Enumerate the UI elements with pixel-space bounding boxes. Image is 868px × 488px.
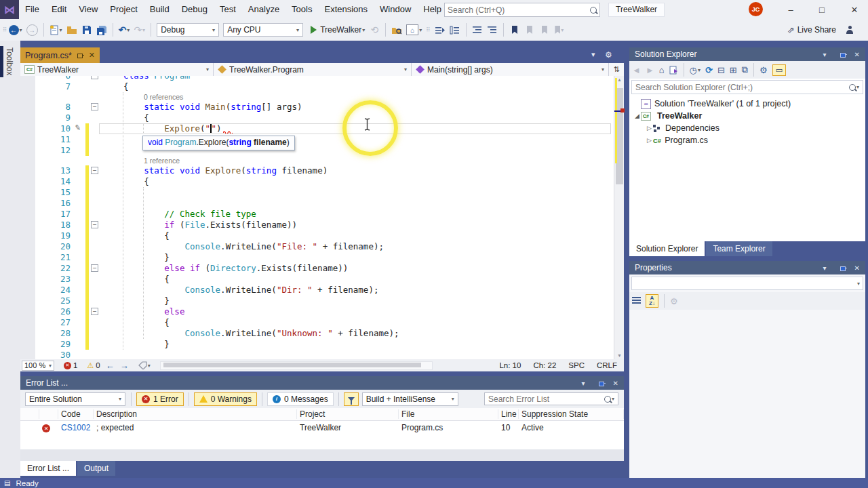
tab-list-dropdown-icon[interactable]: ▾ <box>591 50 595 59</box>
build-intellisense-dropdown[interactable]: Build + IntelliSense▾ <box>362 392 458 406</box>
new-project-button[interactable]: ▾ <box>50 23 62 37</box>
home-icon[interactable]: ⌂ <box>659 65 665 75</box>
menu-tools[interactable]: Tools <box>285 0 318 19</box>
navigate-forward-icon[interactable]: → <box>120 361 129 371</box>
editor-vertical-scrollbar[interactable]: ▲ ▼ <box>614 76 624 359</box>
switch-views-icon[interactable] <box>669 66 678 75</box>
code-line-13[interactable]: 13– static void Explore(string filename) <box>20 165 614 176</box>
collapsed-arrow-icon[interactable]: ▷ <box>646 137 653 144</box>
editor-horizontal-scrollbar[interactable] <box>160 361 433 370</box>
menu-edit[interactable]: Edit <box>45 0 73 19</box>
open-file-button[interactable] <box>66 23 77 37</box>
menu-window[interactable]: Window <box>374 0 417 19</box>
solution-explorer-title-bar[interactable]: Solution Explorer ▾ ✕ <box>629 47 865 61</box>
warning-count[interactable]: 0 <box>96 361 100 369</box>
error-row[interactable]: ✕CS1002; expectedTreeWalkerProgram.cs10A… <box>20 421 624 434</box>
quick-search-box[interactable]: Search (Ctrl+Q) <box>444 3 600 17</box>
error-code-cell[interactable]: CS1002 <box>58 423 94 432</box>
copy-path-icon[interactable]: ⧉ <box>742 64 748 75</box>
document-health-button[interactable]: ▾ <box>138 361 151 369</box>
properties-wrench-icon[interactable]: ⚙ <box>760 65 768 75</box>
maximize-button[interactable]: □ <box>808 0 835 19</box>
refresh-icon[interactable]: ⟳ <box>705 65 713 75</box>
code-line-19[interactable]: 19 { <box>20 230 614 241</box>
fold-collapse-box[interactable]: – <box>91 308 98 315</box>
menu-view[interactable]: View <box>73 0 104 19</box>
code-line-6[interactable]: 6– class Program <box>20 76 614 81</box>
toolbar-grip[interactable]: ⠿ <box>426 26 431 33</box>
solution-explorer-search-box[interactable]: Search Solution Explorer (Ctrl+;) ▾ <box>631 80 863 94</box>
decrease-indent-button[interactable] <box>472 23 483 37</box>
error-table-header[interactable]: CodeDescriptionProjectFileLineSuppressio… <box>20 408 624 421</box>
window-position-dropdown-icon[interactable]: ▾ <box>582 380 585 387</box>
pending-changes-filter-icon[interactable]: ◷▾ <box>690 65 701 75</box>
pin-icon[interactable] <box>840 265 846 271</box>
code-line-15[interactable]: 15 <box>20 187 614 198</box>
column-indicator[interactable]: Ch: 22 <box>533 361 556 369</box>
code-line-20[interactable]: 20 Console.WriteLine("File: " + filename… <box>20 241 614 252</box>
code-line-17[interactable]: 17 // Check file type <box>20 209 614 220</box>
navigate-home-button[interactable]: ⌂ ▾ <box>406 23 422 37</box>
solution-configuration-dropdown[interactable]: Debug▾ <box>157 23 219 37</box>
error-count[interactable]: 1 <box>73 361 77 369</box>
solution-platform-dropdown[interactable]: Any CPU▾ <box>223 23 303 37</box>
tree-item-treewalker[interactable]: ◢C#TreeWalker <box>629 110 865 122</box>
navigate-forward-button[interactable]: → <box>26 23 38 37</box>
window-position-dropdown-icon[interactable]: ▾ <box>823 51 827 58</box>
code-line-16[interactable]: 16 <box>20 198 614 209</box>
hot-reload-button[interactable]: ⟲ <box>369 23 380 37</box>
nav-member-dropdown[interactable]: Main(string[] args)▾ <box>412 63 609 76</box>
save-all-button[interactable] <box>96 23 107 37</box>
fold-collapse-box[interactable]: – <box>91 167 98 174</box>
column-header-blank[interactable] <box>39 409 58 419</box>
column-header-blank[interactable] <box>20 409 39 419</box>
toolbar-grip[interactable]: ⠿ <box>3 26 7 33</box>
code-line-26[interactable]: 26– else <box>20 306 614 317</box>
code-line-10[interactable]: 10✎ Explore("") <box>20 123 614 134</box>
code-line-25[interactable]: 25 } <box>20 296 614 306</box>
save-button[interactable] <box>81 23 92 37</box>
previous-bookmark-button[interactable] <box>524 23 535 37</box>
user-avatar[interactable]: JC <box>749 2 763 16</box>
tab-solution-explorer[interactable]: Solution Explorer <box>629 241 705 256</box>
clear-bookmarks-button[interactable]: ▾ <box>554 23 565 37</box>
menu-file[interactable]: File <box>19 0 45 19</box>
error-list-search-box[interactable]: Search Error List ▾ <box>484 392 618 405</box>
scroll-down-icon[interactable]: ▼ <box>614 353 625 358</box>
pin-icon[interactable] <box>77 52 83 58</box>
editor-options-gear-icon[interactable]: ⚙ <box>605 50 612 60</box>
column-header-line[interactable]: Line <box>498 409 519 419</box>
pin-icon[interactable] <box>599 380 605 386</box>
error-code-link[interactable]: CS1002 <box>61 423 90 432</box>
show-all-files-toggle[interactable]: ▭ <box>772 64 786 76</box>
column-header-suppression-state[interactable]: Suppression State <box>519 409 624 419</box>
preview-selected-icon[interactable]: ⊞ <box>730 65 737 75</box>
fold-collapse-box[interactable]: – <box>91 76 98 79</box>
hscroll-thumb[interactable] <box>163 363 421 367</box>
expanded-arrow-icon[interactable]: ◢ <box>633 113 641 119</box>
navigate-back-button[interactable]: ←▾ <box>9 23 22 37</box>
property-pages-wrench-icon[interactable]: ⚙ <box>670 296 678 306</box>
menu-project[interactable]: Project <box>104 0 143 19</box>
messages-filter-toggle[interactable]: i0 Messages <box>267 392 334 406</box>
start-debugging-button[interactable]: TreeWalker ▾ <box>311 23 365 37</box>
properties-object-dropdown[interactable]: ▾ <box>631 277 863 290</box>
warning-count-icon[interactable]: ⚠ <box>87 361 94 370</box>
increase-indent-button[interactable] <box>487 23 498 37</box>
show-documents-outline-button[interactable] <box>450 23 460 37</box>
code-line-12[interactable]: 12 <box>20 145 614 156</box>
code-line-14[interactable]: 14 { <box>20 176 614 187</box>
close-button[interactable]: ✕ <box>841 0 868 19</box>
redo-button[interactable]: ↷▾ <box>134 23 145 37</box>
close-panel-icon[interactable]: ✕ <box>613 380 618 387</box>
code-line-30[interactable]: 30 <box>20 350 614 359</box>
code-line-28[interactable]: 28 Console.WriteLine("Unknown: " + filen… <box>20 328 614 339</box>
document-tab-program-cs[interactable]: Program.cs* ✕ <box>20 47 100 63</box>
warnings-filter-toggle[interactable]: 0 Warnings <box>194 392 257 406</box>
back-icon[interactable]: ◄ <box>632 65 641 75</box>
filter-button[interactable] <box>344 392 359 406</box>
close-panel-icon[interactable]: ✕ <box>854 264 860 272</box>
tab-team-explorer[interactable]: Team Explorer <box>706 241 772 256</box>
navigate-backward-icon[interactable]: ← <box>106 361 115 371</box>
feedback-button[interactable] <box>844 23 855 37</box>
